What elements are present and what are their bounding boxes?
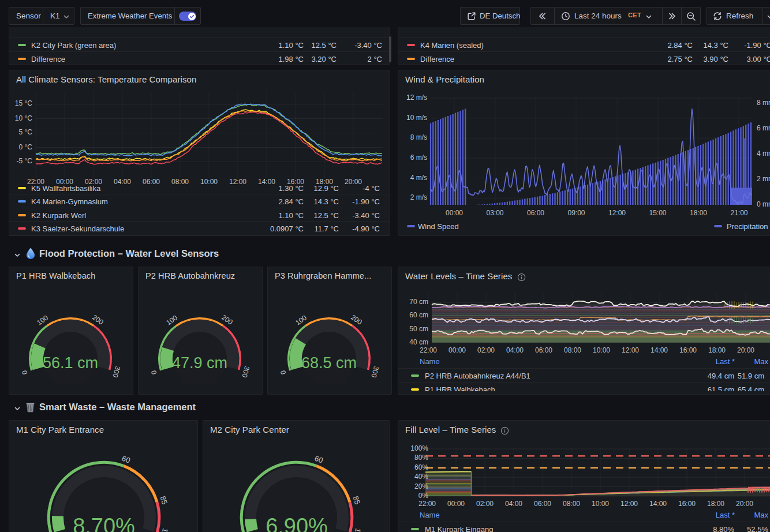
svg-text:56.1 cm: 56.1 cm — [43, 354, 98, 372]
svg-text:47.9 cm: 47.9 cm — [172, 354, 227, 372]
svg-text:300: 300 — [111, 365, 122, 379]
svg-text:100: 100 — [351, 527, 362, 532]
svg-text:60: 60 — [121, 454, 132, 464]
svg-text:300: 300 — [369, 365, 380, 379]
svg-text:0: 0 — [149, 369, 158, 376]
svg-text:0: 0 — [279, 369, 287, 376]
svg-text:6.90%: 6.90% — [266, 514, 328, 532]
svg-text:68.5 cm: 68.5 cm — [301, 354, 357, 372]
svg-text:85: 85 — [352, 495, 362, 505]
svg-text:85: 85 — [159, 495, 169, 505]
svg-text:0: 0 — [20, 369, 29, 376]
svg-text:60: 60 — [313, 454, 324, 464]
svg-text:100: 100 — [158, 527, 170, 532]
svg-text:300: 300 — [240, 365, 251, 379]
svg-text:8.70%: 8.70% — [73, 514, 135, 532]
